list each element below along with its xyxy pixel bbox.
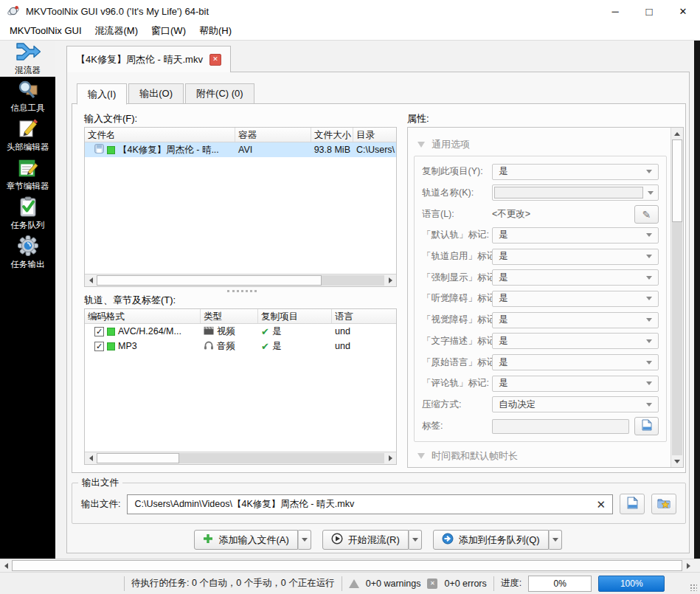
properties-vertical-scrollbar[interactable] xyxy=(670,128,683,467)
sidebar-item-header-editor[interactable]: 头部编辑器 xyxy=(0,116,55,155)
menu-window[interactable]: 窗口(W) xyxy=(145,22,193,40)
col-codec[interactable]: 编码格式 xyxy=(85,309,201,323)
col-container[interactable]: 容器 xyxy=(235,128,311,142)
tracks-horizontal-scrollbar[interactable] xyxy=(85,452,396,464)
scroll-up-icon[interactable] xyxy=(671,128,683,139)
scroll-down-icon[interactable] xyxy=(671,455,683,467)
close-button[interactable]: ✕ xyxy=(666,0,700,22)
browse-tags-button[interactable] xyxy=(634,417,659,435)
tab-close-icon[interactable]: ✕ xyxy=(209,54,221,66)
sidebar-item-multiplexer[interactable]: 混流器 xyxy=(0,41,55,77)
col-type[interactable]: 类型 xyxy=(201,309,258,323)
scrollbar-track[interactable] xyxy=(322,275,384,286)
table-row[interactable]: ✓ MP3 音频 xyxy=(85,339,396,353)
combo-value: 是 xyxy=(499,250,508,263)
input-tab-pane: 输入文件(F): 文件名 容器 文件大小 目录 xyxy=(72,103,686,473)
chevron-down-icon xyxy=(646,318,652,322)
col-file-size[interactable]: 文件大小 xyxy=(311,128,353,142)
files-horizontal-scrollbar[interactable] xyxy=(85,274,396,286)
add-to-job-queue-dropdown[interactable] xyxy=(549,530,562,550)
scroll-right-icon[interactable] xyxy=(384,452,396,464)
open-folder-button[interactable] xyxy=(651,494,676,514)
section-label: 时间戳和默认帧时长 xyxy=(432,449,518,463)
tracks-label: 轨道、章节及标签(T): xyxy=(84,294,176,307)
col-directory[interactable]: 目录 xyxy=(353,128,396,142)
scrollbar-track[interactable] xyxy=(179,453,384,463)
table-row[interactable]: ✓ AVC/H.264/M... xyxy=(85,324,396,339)
commentary-select[interactable]: 是 xyxy=(492,376,659,392)
tab-output[interactable]: 输出(O) xyxy=(128,83,184,104)
header-editor-icon xyxy=(18,118,38,142)
scroll-right-icon[interactable] xyxy=(682,559,694,572)
errors-count: 0+0 errors xyxy=(444,579,486,589)
tab-strip: 输入(I) 输出(O) 附件(C) (0) xyxy=(77,83,256,104)
scrollbar-thumb[interactable] xyxy=(672,139,682,222)
combo-edit-field[interactable] xyxy=(494,187,643,198)
scrollbar-thumb[interactable] xyxy=(12,560,682,571)
resize-grip[interactable] xyxy=(690,584,697,591)
track-enabled-select[interactable]: 是 xyxy=(492,249,659,265)
col-copy-item[interactable]: 复制项目 xyxy=(258,309,332,323)
copy-item-select[interactable]: 是 xyxy=(492,164,659,180)
maximize-button[interactable]: □ xyxy=(632,0,666,22)
scrollbar-thumb[interactable] xyxy=(97,275,322,286)
track-language: und xyxy=(332,326,396,336)
compression-select[interactable]: 自动决定 xyxy=(492,396,659,412)
file-tab[interactable]: 【4K修复】周杰伦 - 晴天.mkv ✕ xyxy=(66,46,231,72)
menu-mkvtoolnix-gui[interactable]: MKVToolNix GUI xyxy=(3,22,89,40)
tab-input[interactable]: 输入(I) xyxy=(77,83,127,105)
scroll-left-icon[interactable] xyxy=(85,274,97,286)
pencil-icon: ✎ xyxy=(642,209,651,221)
title-bar: MKVToolNix GUI v96.0 ('It's My Life') 64… xyxy=(0,0,700,22)
sidebar-item-chapter-editor[interactable]: 章节编辑器 xyxy=(0,155,55,194)
section-general-options[interactable]: 通用选项 xyxy=(417,138,470,151)
queue-add-icon xyxy=(442,533,454,547)
track-language: und xyxy=(332,341,396,351)
scroll-left-icon[interactable] xyxy=(85,452,97,464)
sidebar-item-label: 头部编辑器 xyxy=(7,142,49,153)
col-file-name[interactable]: 文件名 xyxy=(85,128,235,142)
scrollbar-track[interactable] xyxy=(672,222,682,455)
track-checkbox[interactable]: ✓ xyxy=(94,327,104,336)
scrollbar-thumb[interactable] xyxy=(97,453,179,463)
add-source-files-button[interactable]: 添加输入文件(A) xyxy=(194,530,297,550)
clear-icon[interactable]: ✕ xyxy=(596,499,606,510)
source-files-table[interactable]: 文件名 容器 文件大小 目录 xyxy=(84,127,397,287)
track-name-combo[interactable] xyxy=(492,184,659,201)
total-progress-bar: 100% xyxy=(598,576,665,592)
hearing-impaired-select[interactable]: 是 xyxy=(492,291,659,307)
menu-multiplexer[interactable]: 混流器(M) xyxy=(89,22,145,40)
sidebar-item-job-queue[interactable]: 任务队列 xyxy=(0,194,55,233)
track-checkbox[interactable]: ✓ xyxy=(94,342,104,351)
visual-impaired-select[interactable]: 是 xyxy=(492,312,659,328)
hearing-impaired-label: 「听觉障碍」标记: xyxy=(422,292,492,305)
forced-display-select[interactable]: 是 xyxy=(492,269,659,286)
col-language[interactable]: 语言 xyxy=(332,309,396,323)
start-muxing-button[interactable]: 开始混流(R) xyxy=(322,530,409,550)
tags-input[interactable] xyxy=(492,419,629,434)
chevron-down-icon xyxy=(646,339,652,343)
scroll-right-icon[interactable] xyxy=(384,274,396,286)
add-source-files-dropdown[interactable] xyxy=(298,530,311,550)
start-muxing-dropdown[interactable] xyxy=(409,530,422,550)
output-file-input[interactable]: C:\Users\Admin\Videos\【4K修复】周杰伦 - 晴天.mkv… xyxy=(127,494,613,514)
sidebar-item-job-output[interactable]: 任务输出 xyxy=(0,233,55,272)
chevron-down-icon xyxy=(302,538,308,542)
browse-output-button[interactable] xyxy=(620,494,645,514)
splitter-handle[interactable] xyxy=(227,290,257,292)
edit-language-button[interactable]: ✎ xyxy=(634,205,659,224)
text-description-select[interactable]: 是 xyxy=(492,333,659,349)
sidebar-item-info-tool[interactable]: 信息工具 xyxy=(0,77,55,116)
default-track-select[interactable]: 是 xyxy=(492,227,659,244)
section-timestamps[interactable]: 时间戳和默认帧时长 xyxy=(417,449,518,463)
action-button-row: 添加输入文件(A) 开始混流(R) xyxy=(67,530,689,550)
window-horizontal-scrollbar[interactable] xyxy=(0,559,700,572)
scroll-left-icon[interactable] xyxy=(0,559,12,572)
tab-attachments[interactable]: 附件(C) (0) xyxy=(185,83,254,104)
menu-help[interactable]: 帮助(H) xyxy=(193,22,238,40)
tracks-table[interactable]: 编码格式 类型 复制项目 语言 ✓ AVC/H.264/M... xyxy=(84,308,397,465)
add-to-job-queue-button[interactable]: 添加到任务队列(Q) xyxy=(433,530,549,550)
table-row[interactable]: 【4K修复】周杰伦 - 晴... AVI 93.8 MiB C:\Users\ xyxy=(85,142,396,157)
original-language-select[interactable]: 是 xyxy=(492,354,659,370)
minimize-button[interactable]: ─ xyxy=(598,0,632,22)
